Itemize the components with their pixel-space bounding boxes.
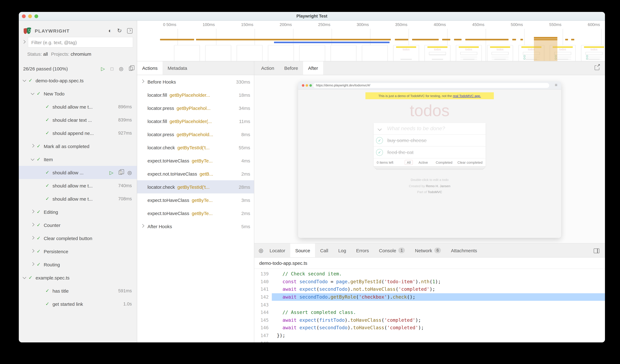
todo-item-label[interactable]: buy some cheese	[387, 137, 427, 143]
snapshot-tab[interactable]: Action	[256, 61, 279, 75]
test-tree-row[interactable]: ✓ Editing ▷ ◎	[19, 205, 137, 218]
test-tree-row[interactable]: ✓ should allow me t... ▷ ◎ 708ms	[19, 192, 137, 205]
details-tab[interactable]: Log	[333, 243, 351, 257]
action-row[interactable]: locator.press getByPlacehold... 8ms	[137, 128, 254, 141]
expand-chevron-icon[interactable]	[31, 157, 34, 161]
actions-tab[interactable]: Actions	[137, 61, 163, 75]
actions-tab[interactable]: Metadata	[163, 61, 192, 75]
details-tab[interactable]: Attachments	[446, 243, 482, 257]
todo-item-label[interactable]: feed the cat	[387, 150, 414, 155]
filmstrip-thumbnail[interactable]: todos	[299, 45, 325, 61]
open-source-icon[interactable]	[119, 170, 122, 174]
action-row[interactable]: expect.toHaveClass getByTe... 3ms	[137, 193, 254, 207]
watch-all-icon[interactable]: ◎	[119, 66, 123, 72]
snapshot-tab[interactable]: Before	[279, 61, 303, 75]
filmstrip-thumbnail[interactable]: todos	[581, 45, 605, 61]
stop-icon[interactable]: □	[110, 66, 113, 71]
clear-completed-button[interactable]: Clear completed	[457, 161, 482, 164]
filmstrip-thumbnail[interactable]: todos	[268, 45, 294, 61]
timeline[interactable]: 0 50ms 100ms 150ms	[137, 21, 605, 61]
expand-chevron-icon[interactable]	[31, 262, 34, 266]
details-tab[interactable]: Locator	[264, 243, 290, 257]
expand-chevron-icon[interactable]	[23, 275, 26, 279]
snapshot-tab[interactable]: After	[303, 61, 323, 75]
selected-time-range[interactable]	[534, 37, 557, 61]
test-tree-row[interactable]: ✓ should clear text ... ▷ ◎ 839ms	[19, 113, 137, 126]
filmstrip-thumbnail[interactable]: todos	[331, 45, 356, 61]
test-duration: 927ms	[116, 131, 132, 136]
snapshot-tabs: ActionBeforeAfter	[256, 61, 323, 75]
action-row[interactable]: locator.check getByTestId('t... 28ms	[137, 180, 254, 193]
run-all-icon[interactable]: ▷	[101, 66, 105, 72]
test-tree-row[interactable]: ✓ Routing ▷ ◎	[19, 258, 137, 271]
details-tab[interactable]: Call	[315, 243, 333, 257]
action-row[interactable]: expect.toHaveClass getByTe... 2ms	[137, 207, 254, 220]
action-row[interactable]: locator.press getByPlacehol... 34ms	[137, 101, 254, 115]
test-tree-row[interactable]: ✓ demo-todo-app.spec.ts ▷ ◎	[19, 74, 137, 87]
collapse-sidebar-icon[interactable]	[127, 28, 132, 33]
action-row[interactable]: expect.not.toHaveClass getB... 2ms	[137, 167, 254, 180]
source-code[interactable]: 139 // Check second item. 140 const seco…	[254, 269, 605, 342]
test-tree-row[interactable]: ✓ Item ▷ ◎	[19, 153, 137, 166]
test-tree-row[interactable]: ✓ New Todo ▷ ◎	[19, 87, 137, 100]
open-snapshot-external-icon[interactable]	[595, 65, 599, 70]
hook-expand-icon[interactable]	[141, 224, 144, 228]
copy-icon[interactable]	[129, 66, 132, 71]
reload-icon[interactable]: ↻	[117, 28, 122, 33]
filmstrip-thumbnail[interactable]: todos	[174, 45, 200, 61]
filmstrip-thumbnail[interactable]: todos	[393, 45, 419, 61]
filter-status-line[interactable]: Status: all Projects: chromium	[27, 51, 91, 57]
filmstrip-thumbnail[interactable]: todos	[362, 45, 388, 61]
new-todo-placeholder[interactable]: What needs to be done?	[387, 125, 445, 132]
test-tree-row[interactable]: ✓ should append ne... ▷ ◎ 927ms	[19, 126, 137, 140]
filmstrip-thumbnail[interactable]: todos	[425, 45, 450, 61]
expand-chevron-icon[interactable]	[31, 236, 34, 240]
expand-chevron-icon[interactable]	[31, 144, 34, 148]
test-tree-row[interactable]: ✓ Clear completed button ▷ ◎	[19, 232, 137, 245]
filmstrip-thumbnail[interactable]: todos	[237, 45, 263, 61]
todo-filter[interactable]: All	[405, 160, 413, 165]
test-tree-row[interactable]: ✓ Persistence ▷ ◎	[19, 245, 137, 258]
expand-chevron-icon[interactable]	[31, 249, 34, 253]
test-tree-row[interactable]: ✓ should allow ... ▷ ◎	[19, 166, 137, 179]
filter-expand-icon[interactable]	[22, 40, 26, 44]
expand-chevron-icon[interactable]	[31, 223, 34, 227]
test-tree-row[interactable]: ✓ example.spec.ts ▷ ◎	[19, 271, 137, 284]
todo-checkbox-icon[interactable]: ✓	[376, 149, 383, 156]
test-tree-row[interactable]: ✓ should allow me t... ▷ ◎ 896ms	[19, 100, 137, 113]
filmstrip-thumbnail[interactable]: todos	[487, 45, 513, 61]
action-row[interactable]: expect.toHaveClass getByTe... 4ms	[137, 154, 254, 167]
action-row[interactable]: locator.check getByTestId('t... 55ms	[137, 141, 254, 154]
test-tree-row[interactable]: ✓ should allow me t... ▷ ◎ 740ms	[19, 179, 137, 192]
details-tab[interactable]: Source	[290, 243, 315, 257]
run-test-icon[interactable]: ▷	[109, 169, 113, 175]
watch-test-icon[interactable]: ◎	[127, 169, 132, 175]
todo-filter[interactable]: Completed	[434, 160, 454, 165]
details-tab[interactable]: Errors	[351, 243, 374, 257]
code-text: await secondTodo.getByRole('checkbox').c…	[272, 293, 605, 301]
test-tree-row[interactable]: ✓ get started link ▷ ◎ 1.0s	[19, 297, 137, 310]
details-tab[interactable]: Console 1	[374, 243, 410, 257]
action-row[interactable]: locator.fill getByPlaceholder... 18ms	[137, 88, 254, 101]
expand-chevron-icon[interactable]	[23, 78, 26, 82]
expand-chevron-icon[interactable]	[31, 210, 34, 213]
expand-chevron-icon[interactable]	[31, 91, 34, 95]
theme-toggle-icon[interactable]: ◐	[108, 28, 112, 33]
hook-expand-icon[interactable]	[141, 79, 144, 83]
action-row[interactable]: After Hooks 5ms	[137, 220, 254, 233]
filter-input[interactable]	[28, 37, 133, 47]
details-tab[interactable]: Network 6	[410, 243, 446, 257]
todo-checkbox-icon[interactable]: ✓	[376, 137, 383, 144]
filmstrip-thumbnail[interactable]: todos	[456, 45, 481, 61]
filmstrip-thumbnail[interactable]: todos	[205, 45, 231, 61]
action-row[interactable]: locator.fill getByPlaceholder(... 11ms	[137, 115, 254, 128]
real-todomvc-link[interactable]: real TodoMVC app.	[453, 94, 481, 98]
test-tree-row[interactable]: ✓ Mark all as completed ▷ ◎	[19, 140, 137, 153]
pick-locator-icon[interactable]: ◎	[259, 247, 263, 254]
action-row[interactable]: Before Hooks 330ms	[137, 75, 254, 88]
todo-filter[interactable]: Active	[416, 160, 430, 165]
test-tree-row[interactable]: ✓ has title ▷ ◎ 591ms	[19, 284, 137, 297]
toggle-all-icon[interactable]	[378, 127, 382, 131]
test-tree-row[interactable]: ✓ Counter ▷ ◎	[19, 218, 137, 232]
split-panel-icon[interactable]	[594, 248, 599, 253]
